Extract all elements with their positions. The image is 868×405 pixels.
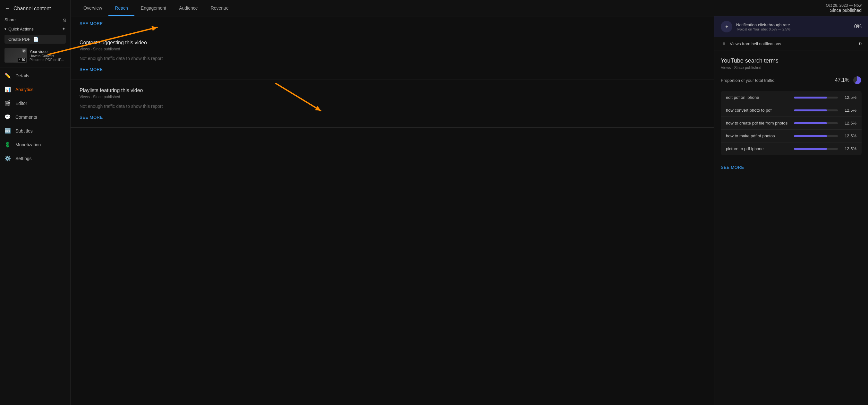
notification-title: Notification click-through rate: [736, 23, 850, 27]
sidebar-item-label: Editor: [16, 101, 27, 106]
card-content-suggesting: Content suggesting this video Views · Si…: [70, 32, 714, 80]
card-subtitle: Views · Since published: [80, 47, 705, 51]
video-thumbnail-row: 9 4:40 Your video How to Convert Picture…: [0, 46, 70, 66]
proportion-value: 47.1%: [835, 77, 849, 83]
term-label: how to make pdf of photos: [726, 134, 790, 138]
sidebar-item-monetization[interactable]: 💲 Monetization: [0, 138, 70, 151]
date-range-info: Oct 28, 2023 — Now Since published: [826, 0, 862, 16]
bell-dot: [723, 42, 725, 45]
sidebar-item-label: Analytics: [16, 87, 33, 92]
search-term-row[interactable]: how to create pdf file from photos 12.5%: [721, 117, 862, 129]
term-bar: [794, 96, 827, 98]
create-pdf-button[interactable]: Create PDF 📄: [4, 35, 66, 44]
notification-value: 0%: [854, 24, 862, 30]
card-title: Content suggesting this video: [80, 40, 705, 46]
term-pct: 12.5%: [844, 146, 857, 151]
card-playlists: Playlists featuring this video Views · S…: [70, 80, 714, 128]
main-content: Overview Reach Engagement Audience Reven…: [70, 0, 868, 405]
bell-notification-row: Views from bell notifications 0: [714, 37, 868, 50]
share-row[interactable]: Share ⎗: [0, 15, 70, 24]
sidebar: ← Channel content Share ⎗ ▾ Quick Action…: [0, 0, 70, 405]
bell-label: Views from bell notifications: [730, 41, 859, 46]
term-bar: [794, 122, 827, 124]
term-bar: [794, 148, 827, 150]
card-title: Playlists featuring this video: [80, 88, 705, 93]
doc-icon: 📄: [33, 36, 38, 42]
share-label: Share: [4, 17, 16, 22]
nav-divider: [0, 67, 70, 67]
magic-icon: ✦: [62, 26, 66, 31]
sidebar-item-analytics[interactable]: 📊 Analytics: [0, 83, 70, 96]
duration: 4:40: [18, 58, 26, 62]
card-empty-text: Not enough traffic data to show this rep…: [80, 104, 705, 109]
sidebar-header: ← Channel content: [0, 0, 70, 15]
proportion-label: Proportion of your total traffic:: [721, 78, 775, 83]
since-published-text: Since published: [826, 8, 862, 13]
search-term-row[interactable]: edit pdf on iphone 12.5%: [721, 91, 862, 104]
thumbnail-image: 9 4:40: [4, 48, 27, 63]
back-icon[interactable]: ←: [4, 5, 10, 12]
term-label: picture to pdf iphone: [726, 146, 790, 151]
see-more-button-3[interactable]: SEE MORE: [80, 115, 103, 120]
term-bar-wrap: [794, 110, 838, 111]
your-video-label: Your video: [30, 50, 66, 54]
comments-icon: 💬: [4, 114, 11, 120]
sidebar-item-label: Settings: [16, 156, 32, 161]
term-bar: [794, 110, 827, 111]
sidebar-item-editor[interactable]: 🎬 Editor: [0, 96, 70, 110]
sidebar-item-comments[interactable]: 💬 Comments: [0, 110, 70, 124]
sidebar-title: Channel content: [13, 6, 51, 11]
collapse-icon: ▾: [4, 27, 6, 31]
video-title-section: Your video How to Convert Picture to PDF…: [30, 50, 66, 62]
sidebar-item-subtitles[interactable]: 🔤 Subtitles: [0, 124, 70, 138]
search-term-row[interactable]: how to make pdf of photos 12.5%: [721, 129, 862, 143]
sidebar-item-settings[interactable]: ⚙️ Settings: [0, 151, 70, 165]
search-terms-section: YouTube search terms Views · Since publi…: [714, 50, 868, 165]
search-terms-subtitle: Views · Since published: [721, 65, 862, 70]
badge: 9: [22, 49, 26, 53]
term-bar-wrap: [794, 122, 838, 124]
term-pct: 12.5%: [844, 108, 857, 113]
sidebar-item-label: Details: [16, 73, 29, 78]
tab-overview[interactable]: Overview: [77, 0, 108, 16]
notification-subtitle: Typical on YouTube: 0.5% — 2.5%: [736, 27, 850, 31]
search-term-row[interactable]: picture to pdf iphone 12.5%: [721, 143, 862, 155]
notification-icon: ✦: [724, 24, 729, 30]
left-panel: SEE MORE Content suggesting this video V…: [70, 17, 714, 405]
see-more-button-right[interactable]: SEE MORE: [721, 165, 744, 170]
term-label: how to create pdf file from photos: [726, 121, 790, 125]
term-bar: [794, 135, 827, 137]
notification-info: Notification click-through rate Typical …: [736, 23, 850, 31]
sidebar-item-details[interactable]: ✏️ Details: [0, 69, 70, 83]
tab-engagement[interactable]: Engagement: [134, 0, 173, 16]
term-bar-wrap: [794, 135, 838, 137]
search-terms-table: edit pdf on iphone 12.5% how convert pho…: [721, 91, 862, 155]
quick-actions-header[interactable]: ▾ Quick Actions ✦: [0, 24, 70, 33]
notification-bar: ✦ Notification click-through rate Typica…: [714, 17, 868, 37]
term-label: how convert photo to pdf: [726, 108, 790, 113]
video-title: How to Convert Picture to PDF on iP...: [30, 54, 66, 62]
tab-revenue[interactable]: Revenue: [204, 0, 235, 16]
term-pct: 12.5%: [844, 95, 857, 100]
monetization-icon: 💲: [4, 142, 11, 148]
analytics-icon: 📊: [4, 86, 11, 92]
card-subtitle: Views · Since published: [80, 95, 705, 99]
subtitles-icon: 🔤: [4, 128, 11, 134]
term-pct: 12.5%: [844, 134, 857, 138]
see-more-button-2[interactable]: SEE MORE: [80, 67, 103, 72]
tab-audience[interactable]: Audience: [173, 0, 204, 16]
settings-icon: ⚙️: [4, 155, 11, 162]
term-bar-wrap: [794, 148, 838, 150]
term-bar-wrap: [794, 96, 838, 98]
sidebar-item-label: Comments: [16, 115, 37, 120]
tabs-bar: Overview Reach Engagement Audience Reven…: [70, 0, 868, 17]
share-icon: ⎗: [63, 17, 66, 23]
tab-reach[interactable]: Reach: [108, 0, 134, 16]
sidebar-item-label: Subtitles: [16, 128, 33, 134]
search-term-row[interactable]: how convert photo to pdf 12.5%: [721, 104, 862, 117]
see-more-right: SEE MORE: [714, 165, 868, 176]
pie-chart-icon: [852, 76, 862, 85]
details-icon: ✏️: [4, 73, 11, 79]
search-terms-title: YouTube search terms: [721, 57, 862, 64]
see-more-button-1[interactable]: SEE MORE: [80, 21, 103, 26]
